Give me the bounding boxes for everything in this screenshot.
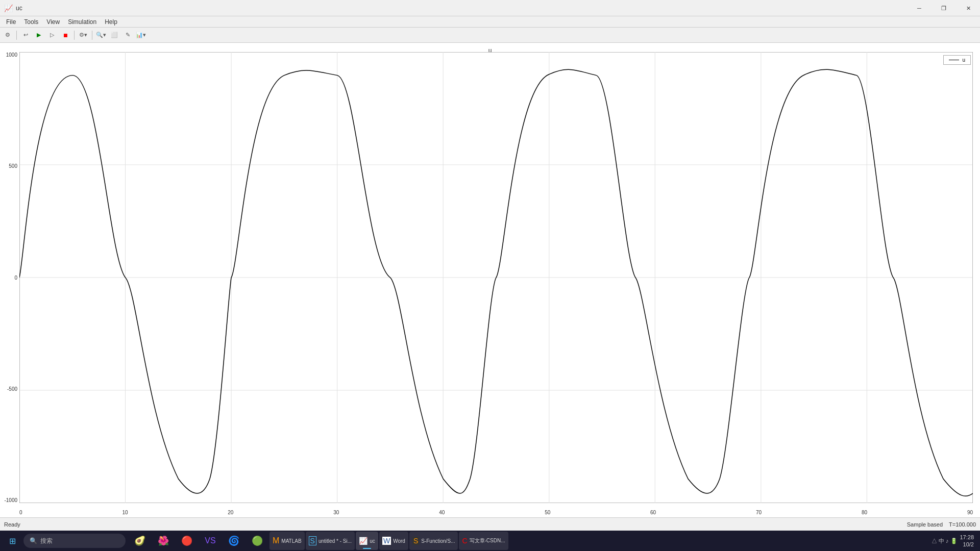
restore-button[interactable]: ❐ bbox=[932, 0, 955, 16]
x-label-10: 10 bbox=[122, 510, 128, 515]
taskbar-clock[interactable]: 17:28 10/2 bbox=[960, 534, 974, 548]
toolbar-sep-1 bbox=[16, 31, 17, 40]
x-label-80: 80 bbox=[862, 510, 867, 515]
x-label-50: 50 bbox=[545, 510, 550, 515]
status-sample-based: Sample based bbox=[907, 521, 943, 528]
toolbar-sep-3 bbox=[92, 31, 92, 40]
matlab-icon: M bbox=[273, 536, 279, 545]
y-axis-labels: 1000 500 0 -500 -1000 bbox=[0, 52, 19, 503]
toolbar-config-btn[interactable]: ⚙▾ bbox=[78, 30, 89, 41]
x-label-20: 20 bbox=[228, 510, 233, 515]
avocado-icon: 🥑 bbox=[134, 535, 145, 546]
taskbar: ⊞ 🔍 搜索 🥑 🌺 🔴 VS 🌀 🟢 M MATLAB bbox=[0, 531, 980, 551]
x-label-90: 90 bbox=[967, 510, 973, 515]
toolbar-stop-btn[interactable]: ⏹ bbox=[60, 30, 71, 41]
taskbar-app-untitled[interactable]: S untitled * - Si... bbox=[306, 532, 355, 550]
csdn-icon: C bbox=[462, 537, 467, 545]
close-button[interactable]: ✕ bbox=[957, 0, 980, 16]
start-button[interactable]: ⊞ bbox=[2, 532, 22, 550]
menu-bar: File Tools View Simulation Help bbox=[0, 16, 980, 28]
toolbar-draw-btn[interactable]: ✎ bbox=[122, 30, 133, 41]
csdn-label: 写文章-CSDN... bbox=[470, 537, 505, 544]
toolbar-settings-btn[interactable]: ⚙ bbox=[2, 30, 13, 41]
matlab-label: MATLAB bbox=[281, 538, 301, 544]
search-icon: 🔍 bbox=[30, 537, 37, 544]
taskbar-app-circle[interactable]: 🔴 bbox=[176, 532, 198, 550]
taskbar-search[interactable]: 🔍 搜索 bbox=[23, 534, 126, 548]
taskbar-app-avocado[interactable]: 🥑 bbox=[129, 532, 151, 550]
toolbar-play-btn[interactable]: ▶ bbox=[33, 30, 44, 41]
taskbar-app-star[interactable]: 🌀 bbox=[223, 532, 245, 550]
menu-help[interactable]: Help bbox=[101, 17, 121, 27]
toolbar-undo-btn[interactable]: ↩ bbox=[20, 30, 31, 41]
status-time: T=100.000 bbox=[949, 521, 976, 528]
legend-label: u bbox=[962, 57, 965, 63]
word-icon: W bbox=[382, 537, 391, 545]
y-label-neg500: -500 bbox=[7, 386, 17, 392]
plot-svg bbox=[19, 52, 973, 503]
taskbar-app-csdn[interactable]: C 写文章-CSDN... bbox=[459, 532, 508, 550]
toolbar-step-btn[interactable]: ▷ bbox=[46, 30, 58, 41]
x-label-70: 70 bbox=[756, 510, 762, 515]
y-label-0: 0 bbox=[14, 275, 17, 281]
taskbar-app-uc[interactable]: 📈 uc bbox=[356, 532, 378, 550]
search-label: 搜索 bbox=[40, 537, 53, 545]
toolbar-chart-btn[interactable]: 📊▾ bbox=[135, 30, 146, 41]
clock-time: 17:28 bbox=[960, 534, 974, 541]
app-circle-icon: 🔴 bbox=[181, 535, 192, 546]
status-bar: Ready Sample based T=100.000 bbox=[0, 517, 980, 531]
status-right: Sample based T=100.000 bbox=[907, 521, 976, 528]
taskbar-app-matlab[interactable]: M MATLAB bbox=[270, 532, 305, 550]
toolbar: ⚙ ↩ ▶ ▷ ⏹ ⚙▾ 🔍▾ ⬜ ✎ 📊▾ bbox=[0, 28, 980, 43]
taskbar-app-vs[interactable]: VS bbox=[199, 532, 222, 550]
windows-icon: ⊞ bbox=[9, 536, 16, 546]
taskbar-app-green[interactable]: 🟢 bbox=[246, 532, 268, 550]
taskbar-apps: 🥑 🌺 🔴 VS 🌀 🟢 M MATLAB S untitled * - Si.… bbox=[127, 532, 926, 550]
tray-icons: △ 中 ♪ bbox=[932, 537, 949, 545]
sfunc-label: S-Function/S... bbox=[421, 538, 455, 544]
legend-line-icon bbox=[949, 60, 959, 60]
minimize-button[interactable]: ─ bbox=[908, 0, 931, 16]
uc-label: uc bbox=[370, 538, 375, 544]
untitled-label: untitled * - Si... bbox=[318, 538, 352, 544]
menu-file[interactable]: File bbox=[2, 17, 20, 27]
uc-icon: 📈 bbox=[359, 537, 368, 545]
x-label-60: 60 bbox=[650, 510, 656, 515]
plot-container: u 1000 500 0 -500 -1000 bbox=[0, 43, 980, 517]
network-icon: 🔋 bbox=[950, 538, 958, 544]
taskbar-app-sfunc[interactable]: S S-Function/S... bbox=[409, 532, 458, 550]
menu-tools[interactable]: Tools bbox=[20, 17, 42, 27]
taskbar-app-flower[interactable]: 🌺 bbox=[152, 532, 175, 550]
taskbar-app-word[interactable]: W Word bbox=[379, 532, 408, 550]
title-bar: 📈 uc ─ ❐ ✕ bbox=[0, 0, 980, 16]
green-icon: 🟢 bbox=[252, 535, 263, 546]
menu-view[interactable]: View bbox=[42, 17, 64, 27]
legend: u bbox=[943, 55, 971, 65]
taskbar-tray: △ 中 ♪ 🔋 17:28 10/2 bbox=[927, 534, 978, 548]
title-bar-controls: ─ ❐ ✕ bbox=[908, 0, 980, 16]
y-label-500: 500 bbox=[9, 163, 17, 169]
sfunc-icon: S bbox=[412, 537, 419, 545]
window-title: uc bbox=[16, 5, 22, 12]
x-label-0: 0 bbox=[19, 510, 22, 515]
vs-icon: VS bbox=[205, 536, 215, 545]
x-label-40: 40 bbox=[439, 510, 445, 515]
y-label-1000: 1000 bbox=[6, 52, 17, 58]
star-icon: 🌀 bbox=[228, 535, 239, 546]
window-icon: 📈 bbox=[4, 4, 13, 12]
x-label-30: 30 bbox=[333, 510, 339, 515]
status-ready: Ready bbox=[4, 521, 20, 528]
y-label-neg1000: -1000 bbox=[4, 497, 17, 503]
clock-date: 10/2 bbox=[960, 541, 974, 548]
word-label: Word bbox=[393, 538, 405, 544]
x-axis-labels: 0 10 20 30 40 50 60 70 80 90 bbox=[19, 510, 973, 515]
toolbar-fit-btn[interactable]: ⬜ bbox=[109, 30, 120, 41]
simulink-icon: S bbox=[309, 536, 316, 545]
toolbar-sep-2 bbox=[74, 31, 75, 40]
menu-simulation[interactable]: Simulation bbox=[64, 17, 101, 27]
flower-icon: 🌺 bbox=[158, 535, 169, 546]
toolbar-zoom-btn[interactable]: 🔍▾ bbox=[95, 30, 107, 41]
